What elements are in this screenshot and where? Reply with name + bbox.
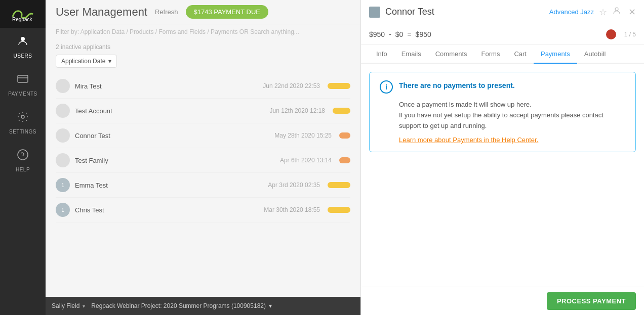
help-icon [17,149,29,164]
payment-due-button[interactable]: $1743 PAYMENT DUE [186,5,269,19]
applicant-date: Apr 6th 2020 13:14 [280,157,332,164]
sort-select[interactable]: Application Date ▾ [56,55,117,68]
notice-body1: Once a payment is made it will show up h… [399,101,532,108]
filter-row: Application Date ▾ [56,55,350,68]
applicant-date: Mar 30th 2020 18:55 [264,206,320,213]
sort-label: Application Date [61,58,105,65]
sidebar-item-help-label: Help [16,167,30,172]
process-payment-button[interactable]: PROCESS PAYMENT [547,292,636,310]
applicant-date: May 28th 2020 15:25 [274,132,332,139]
sidebar: Regpack Users Payments Settings Help [0,0,46,315]
info-icon: i [380,80,393,94]
applicant-name: Emma Test [75,182,268,189]
svg-rect-2 [18,75,28,82]
main-header: User Management Refresh $1743 PAYMENT DU… [46,0,360,24]
table-row[interactable]: 1 Chris Test Mar 30th 2020 18:55 [56,198,350,222]
svg-text:Regpack: Regpack [12,17,32,22]
table-row[interactable]: Connor Test May 28th 2020 15:25 [56,123,350,148]
applicant-list: 2 inactive applicants Application Date ▾… [46,39,360,297]
payment-paid: $0 [395,30,404,38]
status-badge [339,157,350,163]
tab-emails[interactable]: Emails [394,45,428,64]
applicant-name: Connor Test [75,132,274,140]
svg-point-6 [615,8,618,11]
status-badge [328,83,350,89]
notice-body2: If you have not yet setup the ability to… [399,111,603,129]
svg-point-5 [18,150,28,160]
avatar: 1 [56,203,70,217]
notice-title: There are no payments to present. [399,80,515,89]
tab-payments[interactable]: Payments [534,45,577,64]
chevron-down-icon: ▾ [108,58,111,65]
sidebar-item-users-label: Users [14,53,32,59]
bottom-bar: Sally Field ▾ Regpack Webinar Project: 2… [46,297,360,315]
applicant-name: Test Family [75,157,280,164]
avatar [56,128,70,143]
table-row[interactable]: Test Account Jun 12th 2020 12:18 [56,99,350,123]
project-name: Regpack Webinar Project: 2020 Summer Pro… [91,302,266,309]
chevron-down-icon: ▾ [83,303,85,309]
payment-summary: $950 - $0 = $950 1 / 5 [361,24,644,45]
avatar [56,153,70,167]
user-icon[interactable] [612,6,621,18]
panel-tabs: Info Emails Comments Forms Cart Payments… [361,45,644,64]
applicant-name: Test Account [75,107,270,115]
bottom-project[interactable]: Regpack Webinar Project: 2020 Summer Pro… [91,302,272,309]
payment-total: $950 [369,30,385,38]
applicant-date: Apr 3rd 2020 02:35 [268,182,320,189]
panel-footer: PROCESS PAYMENT [361,287,644,315]
notice-body: Once a payment is made it will show up h… [399,100,625,131]
panel-subtitle[interactable]: Advanced Jazz [549,8,594,16]
tab-forms[interactable]: Forms [474,45,507,64]
sidebar-item-users[interactable]: Users [0,28,46,66]
bottom-user[interactable]: Sally Field ▾ [52,302,85,309]
avatar [56,104,70,118]
table-row[interactable]: Test Family Apr 6th 2020 13:14 [56,148,350,173]
notice-header: i There are no payments to present. [380,80,625,94]
sidebar-logo: Regpack [0,0,46,28]
inactive-count: 2 inactive applicants [56,39,350,55]
tab-info[interactable]: Info [369,45,394,64]
tab-cart[interactable]: Cart [507,45,534,64]
table-row[interactable]: Mira Test Jun 22nd 2020 22:53 [56,74,350,99]
applicant-name: Mira Test [75,82,263,90]
svg-point-4 [21,115,24,118]
tab-comments[interactable]: Comments [428,45,474,64]
applicant-name: Chris Test [75,206,264,214]
payment-fraction: 1 / 5 [624,31,636,38]
tab-autobill[interactable]: Autobill [577,45,613,64]
main-content: User Management Refresh $1743 PAYMENT DU… [46,0,360,315]
sidebar-item-help[interactable]: Help [0,142,46,179]
payment-balance: $950 [416,30,431,38]
settings-icon [17,111,29,126]
status-badge [328,207,350,213]
applicant-date: Jun 22nd 2020 22:53 [263,82,320,89]
panel-title: Connor Test [385,7,544,17]
avatar: 1 [56,178,70,192]
status-badge [328,182,350,188]
refresh-button[interactable]: Refresh [155,8,178,16]
user-name: Sally Field [52,302,79,309]
sidebar-item-payments[interactable]: Payments [0,66,46,104]
payments-icon [17,73,29,88]
payment-dash: - [389,30,391,38]
table-row[interactable]: 1 Emma Test Apr 3rd 2020 02:35 [56,173,350,198]
sidebar-item-payments-label: Payments [8,91,37,97]
svg-point-1 [21,37,25,41]
users-icon [17,35,29,50]
notice-link[interactable]: Learn more about Payments in the Help Ce… [399,136,625,144]
panel-body: i There are no payments to present. Once… [361,64,644,287]
payment-equals: = [407,30,411,38]
panel-header: Connor Test Advanced Jazz ☆ ✕ [361,0,644,24]
filter-text: Filter by: Application Data / Products /… [56,28,299,35]
star-icon[interactable]: ☆ [599,7,607,18]
user-avatar-icon [369,7,380,18]
applicant-date: Jun 12th 2020 12:18 [270,107,325,114]
close-icon[interactable]: ✕ [628,7,636,18]
status-badge [339,132,350,139]
sidebar-item-settings[interactable]: Settings [0,104,46,142]
notice-box: i There are no payments to present. Once… [369,72,636,152]
status-badge [333,108,350,114]
payment-status-indicator [606,29,616,39]
filter-bar[interactable]: Filter by: Application Data / Products /… [46,24,360,39]
